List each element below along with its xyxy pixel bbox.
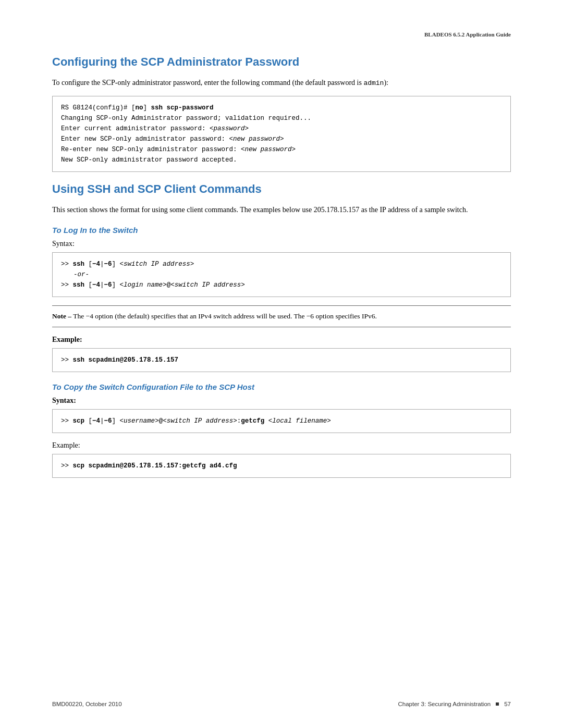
ssh-code-line-1: >> ssh [−4|−6] <switch IP address> [61,259,502,269]
code-line-4: Enter new SCP-only administrator passwor… [61,134,502,144]
syntax-label-1: Syntax: [52,240,511,248]
example2-bold: scp scpadmin@205.178.15.157:getcfg ad4.c… [73,462,237,470]
code-italic-newpassword2: new password [245,146,292,153]
ssh-bold-flags-2: −6 [104,261,112,268]
ssh-italic-login: login name [124,281,163,289]
example-label-1: Example: [52,336,511,344]
scp-bold-getcfg: getcfg [241,417,264,425]
section1-intro: To configure the SCP-only administrator … [52,77,511,89]
scp-italic-ip: switch IP address [167,417,234,425]
footer-page-number: 57 [504,701,511,707]
code-bold-no: no [136,104,143,112]
scp-bold-cmd: scp [73,417,85,425]
footer-chapter: Chapter 3: Securing Administration [398,701,491,707]
example2-code-block: >> scp scpadmin@205.178.15.157:getcfg ad… [52,454,511,478]
scp-bold-flags-2: −6 [104,417,112,425]
subsection2-title: To Copy the Switch Configuration File to… [52,382,511,391]
example1-code-block: >> ssh scpadmin@205.178.15.157 [52,348,511,372]
footer-right: Chapter 3: Securing Administration 57 [398,701,511,707]
ssh-italic-ip2: switch IP address [175,281,241,289]
code-italic-newpassword1: new password [233,135,280,143]
note-block: Note – The −4 option (the default) speci… [52,305,511,327]
ssh-code-line-2: >> ssh [−4|−6] <login name>@<switch IP a… [61,280,502,290]
page-footer: BMD00220, October 2010 Chapter 3: Securi… [52,701,511,707]
syntax-label-2: Syntax: [52,397,511,405]
ssh-italic-ip: switch IP address [124,261,190,268]
ssh-bold-1: ssh [73,261,85,268]
code-bold-cmd: ssh scp-password [151,104,214,112]
section1-title: Configuring the SCP Administrator Passwo… [52,55,511,69]
page-container: BLADEOS 6.5.2 Application Guide Configur… [0,0,563,728]
code-italic-password: password [214,125,245,132]
code-line-3: Enter current administrator password: <p… [61,124,502,134]
scp-code-line: >> scp [−4|−6] <username>@<switch IP add… [61,416,502,426]
section1-code-block: RS G8124(config)# [no] ssh scp-password … [52,96,511,172]
scp-italic-filename: local filename [272,417,327,425]
footer-left: BMD00220, October 2010 [52,701,122,707]
example1-bold: ssh scpadmin@205.178.15.157 [73,356,179,364]
example-label-2: Example: [52,441,511,450]
ssh-code-or: -or- [61,269,502,280]
ssh-bold-flags-1: −4 [92,261,100,268]
example1-code-line: >> ssh scpadmin@205.178.15.157 [61,355,502,365]
code-line-6: New SCP-only administrator password acce… [61,155,502,165]
code-line-5: Re-enter new SCP-only administrator pass… [61,144,502,155]
code-line-1: RS G8124(config)# [no] ssh scp-password [61,103,502,113]
note-label: Note – [52,312,71,320]
ssh-bold-2: ssh [73,281,85,289]
header-title: BLADEOS 6.5.2 Application Guide [424,31,511,38]
example2-code-line: >> scp scpadmin@205.178.15.157:getcfg ad… [61,461,502,471]
subsection2-code-block: >> scp [−4|−6] <username>@<switch IP add… [52,409,511,433]
footer-bullet-icon [496,702,499,706]
inline-code-admin: admin [363,79,384,87]
ssh-bold-flags-4: −6 [104,281,112,289]
ssh-bold-flags-3: −4 [92,281,100,289]
scp-italic-username: username [124,417,155,425]
code-line-2: Changing SCP-only Administrator password… [61,113,502,124]
section2-intro: This section shows the format for using … [52,204,511,215]
subsection1-code-block: >> ssh [−4|−6] <switch IP address> -or- … [52,252,511,297]
subsection1-title: To Log In to the Switch [52,226,511,235]
section2-title: Using SSH and SCP Client Commands [52,182,511,196]
page-header: BLADEOS 6.5.2 Application Guide [52,31,511,40]
scp-bold-flags-1: −4 [92,417,100,425]
